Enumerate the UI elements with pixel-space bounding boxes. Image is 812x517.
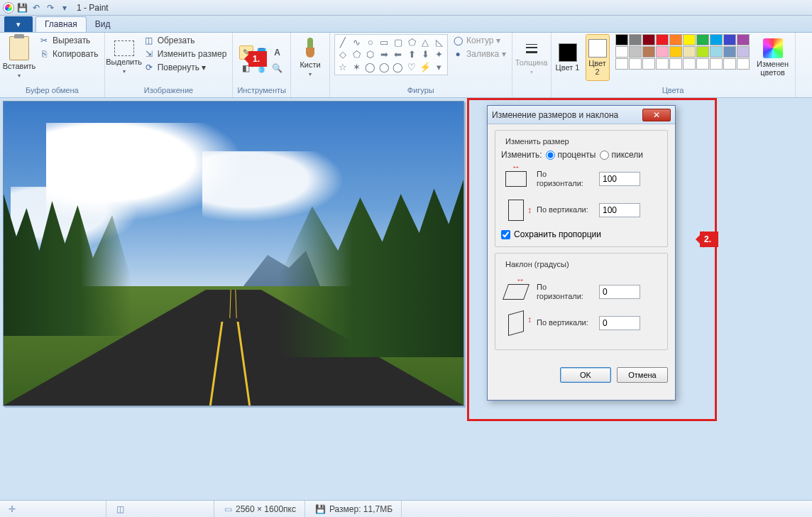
- group-shapes: ╱ ∿ ○ ▭ ▢ ⬠ △ ◺ ◇ ⬠ ⬡ ➡ ⬅ ⬆ ⬇ ✦ ☆ ✶ ◯ ◯: [330, 33, 512, 97]
- horiz-resize-input[interactable]: [599, 172, 640, 186]
- radio-percent[interactable]: проценты: [546, 150, 596, 160]
- palette-color[interactable]: [669, 34, 682, 45]
- palette-color[interactable]: [642, 58, 655, 70]
- group-label-tools: Инструменты: [237, 86, 286, 96]
- palette-color[interactable]: [696, 46, 709, 58]
- shape-rect[interactable]: ▭: [378, 36, 390, 48]
- save-icon[interactable]: 💾: [16, 1, 28, 14]
- shape-polygon[interactable]: ⬠: [405, 36, 418, 48]
- shape-callout1[interactable]: ◯: [364, 61, 377, 73]
- palette-color[interactable]: [737, 34, 750, 45]
- palette-color[interactable]: [683, 34, 696, 45]
- palette-color[interactable]: [683, 58, 696, 70]
- palette-color[interactable]: [615, 46, 628, 58]
- shape-arrowu[interactable]: ⬆: [405, 49, 418, 61]
- text-tool[interactable]: A: [270, 45, 285, 60]
- horiz-skew-icon: [501, 280, 531, 304]
- zoom-tool[interactable]: 🔍: [270, 61, 285, 75]
- brushes-button[interactable]: Кисти ▾: [295, 34, 325, 81]
- shapes-gallery[interactable]: ╱ ∿ ○ ▭ ▢ ⬠ △ ◺ ◇ ⬠ ⬡ ➡ ⬅ ⬆ ⬇ ✦ ☆ ✶ ◯ ◯: [334, 34, 448, 75]
- palette-color[interactable]: [723, 46, 736, 58]
- shape-callout3[interactable]: ◯: [392, 61, 405, 73]
- cut-button[interactable]: ✂Вырезать: [37, 34, 100, 47]
- color1-swatch: [559, 43, 577, 62]
- palette-color[interactable]: [696, 34, 709, 45]
- tab-view[interactable]: Вид: [87, 16, 119, 32]
- palette-color[interactable]: [669, 46, 682, 58]
- shape-line[interactable]: ╱: [336, 36, 349, 48]
- crop-icon: ◫: [143, 35, 155, 46]
- shape-fill-button[interactable]: ●Заливка ▾: [451, 48, 508, 60]
- palette-color[interactable]: [629, 34, 642, 45]
- palette-color[interactable]: [642, 46, 655, 58]
- palette-color[interactable]: [656, 34, 669, 45]
- palette-color[interactable]: [723, 34, 736, 45]
- color1-button[interactable]: Цвет 1: [556, 34, 580, 81]
- palette-color[interactable]: [615, 34, 628, 45]
- palette-color[interactable]: [629, 58, 642, 70]
- palette-color[interactable]: [723, 58, 736, 70]
- palette-color[interactable]: [615, 58, 628, 70]
- shape-pentagon[interactable]: ⬠: [350, 49, 363, 61]
- scissors-icon: ✂: [38, 35, 50, 46]
- palette-color[interactable]: [656, 58, 669, 70]
- shape-oval[interactable]: ○: [364, 36, 377, 48]
- palette-color[interactable]: [737, 58, 750, 70]
- shape-bolt[interactable]: ⚡: [419, 61, 432, 73]
- rotate-button[interactable]: ⟳Повернуть ▾: [142, 61, 229, 74]
- vert-resize-input[interactable]: [599, 203, 640, 217]
- palette-color[interactable]: [629, 46, 642, 58]
- shape-curve[interactable]: ∿: [350, 36, 363, 48]
- copy-button[interactable]: ⎘Копировать: [37, 48, 100, 60]
- workspace: [0, 98, 812, 500]
- edit-colors-button[interactable]: Изменен цветов: [755, 34, 791, 81]
- vert-skew-input[interactable]: [599, 316, 640, 330]
- size-button[interactable]: Толщина ▾: [517, 34, 547, 81]
- resize-button[interactable]: ⇲Изменить размер: [142, 48, 229, 60]
- shape-5star[interactable]: ☆: [336, 61, 349, 73]
- shape-4star[interactable]: ✦: [433, 49, 446, 61]
- ok-button[interactable]: OK: [560, 367, 611, 383]
- tab-home[interactable]: Главная: [35, 16, 87, 32]
- palette-color[interactable]: [642, 34, 655, 45]
- shape-6star[interactable]: ✶: [350, 61, 363, 73]
- select-button[interactable]: Выделить ▾: [109, 34, 139, 81]
- horiz-skew-input[interactable]: [599, 285, 640, 299]
- palette-color[interactable]: [696, 58, 709, 70]
- crop-button[interactable]: ◫Обрезать: [142, 34, 229, 47]
- palette-color[interactable]: [656, 46, 669, 58]
- vert-skew-icon: [501, 311, 531, 335]
- palette-color[interactable]: [737, 46, 750, 58]
- shape-roundrect[interactable]: ▢: [392, 36, 405, 48]
- dialog-titlebar[interactable]: Изменение размеров и наклона ✕: [488, 106, 675, 124]
- radio-pixels[interactable]: пиксели: [600, 150, 643, 160]
- paste-button[interactable]: Вставить ▾: [4, 34, 34, 81]
- file-tab[interactable]: ▾: [4, 16, 33, 32]
- palette-color[interactable]: [710, 58, 723, 70]
- aspect-ratio-checkbox[interactable]: [501, 230, 510, 239]
- cancel-button[interactable]: Отмена: [617, 367, 668, 383]
- shape-rtriangle[interactable]: ◺: [433, 36, 446, 48]
- shape-arrowl[interactable]: ⬅: [392, 49, 405, 61]
- undo-icon[interactable]: ↶: [30, 1, 43, 14]
- palette-color[interactable]: [710, 46, 723, 58]
- shape-triangle[interactable]: △: [419, 36, 432, 48]
- palette-color[interactable]: [683, 46, 696, 58]
- shape-outline-button[interactable]: ◯Контур ▾: [451, 34, 508, 47]
- shape-arrowd[interactable]: ⬇: [419, 49, 432, 61]
- shape-heart[interactable]: ♡: [405, 61, 418, 73]
- qat-dropdown-icon[interactable]: ▾: [58, 1, 71, 14]
- shape-arrowr[interactable]: ➡: [378, 49, 390, 61]
- redo-icon[interactable]: ↷: [44, 1, 57, 14]
- shape-diamond[interactable]: ◇: [336, 49, 349, 61]
- palette-color[interactable]: [710, 34, 723, 45]
- dialog-close-button[interactable]: ✕: [642, 109, 671, 121]
- color2-button[interactable]: Цвет 2: [586, 34, 610, 81]
- app-icon: [3, 2, 14, 13]
- canvas[interactable]: [3, 101, 464, 406]
- palette-color[interactable]: [669, 58, 682, 70]
- shape-callout2[interactable]: ◯: [378, 61, 390, 73]
- close-icon: ✕: [653, 110, 660, 120]
- shape-hexagon[interactable]: ⬡: [364, 49, 377, 61]
- shape-more[interactable]: ▾: [433, 61, 446, 73]
